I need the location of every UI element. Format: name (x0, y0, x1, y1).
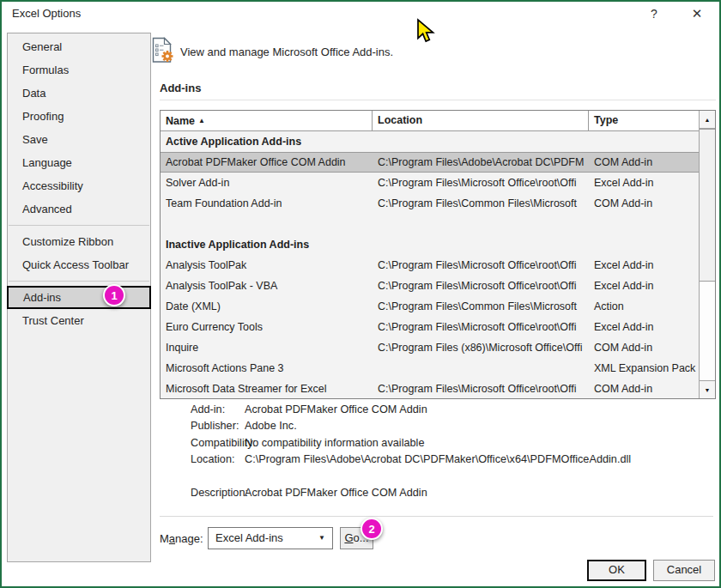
intro-text: View and manage Microsoft Office Add-ins… (180, 45, 393, 58)
table-row[interactable]: InquireC:\Program Files (x86)\Microsoft … (161, 337, 699, 358)
cell-loc (373, 234, 589, 255)
table-row[interactable]: Microsoft Actions Pane 3XML Expansion Pa… (161, 358, 699, 379)
mouse-cursor-icon (415, 18, 435, 46)
sidebar-item-label: Data (22, 87, 45, 100)
table-row[interactable]: Euro Currency ToolsC:\Program Files\Micr… (161, 317, 699, 337)
cell-loc: C:\Program Files\Microsoft Office\root\O… (373, 379, 589, 399)
close-icon: ✕ (692, 6, 703, 21)
table-section-row[interactable]: Inactive Application Add-ins (161, 234, 699, 255)
cell-name: Solver Add-in (161, 173, 373, 193)
help-icon: ? (651, 7, 657, 21)
cell-type: XML Expansion Pack (589, 358, 699, 379)
detail-label: Description: (160, 485, 245, 501)
cell-loc: C:\Program Files\Common Files\Microsoft (373, 296, 589, 317)
detail-value: Acrobat PDFMaker Office COM Addin (245, 402, 427, 418)
scroll-down-button[interactable]: ▼ (700, 380, 715, 398)
cell-type: COM Add-in (589, 193, 699, 214)
sidebar-item-label: Proofing (22, 110, 64, 123)
sidebar-item-label: Customize Ribbon (22, 235, 113, 248)
sidebar-item-label: Trust Center (22, 314, 84, 327)
cell-name: Inquire (161, 337, 373, 358)
sidebar-item-proofing[interactable]: Proofing (8, 105, 150, 128)
cell-loc: C:\Program Files (x86)\Microsoft Office\… (373, 337, 589, 358)
cell-type: COM Add-in (589, 337, 699, 358)
table-row[interactable]: Analysis ToolPak - VBAC:\Program Files\M… (161, 276, 699, 296)
table-row[interactable]: Date (XML)C:\Program Files\Common Files\… (161, 296, 699, 317)
column-header-type[interactable]: Type (589, 111, 699, 130)
sidebar-item-label: Accessibility (22, 179, 83, 192)
table-row[interactable]: Microsoft Data Streamer for ExcelC:\Prog… (161, 379, 699, 399)
cell-loc (373, 131, 589, 152)
manage-label: Manage: (160, 532, 203, 545)
detail-value: Acrobat PDFMaker Office COM Addin (245, 485, 427, 501)
scroll-up-button[interactable]: ▲ (700, 111, 715, 129)
excel-options-dialog: Excel Options ? ✕ GeneralFormulasDataPro… (0, 0, 721, 588)
cell-name (161, 214, 373, 234)
sidebar-item-formulas[interactable]: Formulas (8, 58, 150, 82)
column-header-name[interactable]: Name▲ (161, 111, 373, 130)
scroll-down-icon: ▼ (705, 387, 711, 393)
detail-label: Publisher: (160, 418, 245, 434)
detail-value: Adobe Inc. (245, 418, 297, 434)
help-button[interactable]: ? (642, 3, 666, 24)
ok-button[interactable]: OK (587, 560, 646, 581)
sort-ascending-icon: ▲ (198, 117, 205, 124)
table-row[interactable]: Acrobat PDFMaker Office COM AddinC:\Prog… (161, 152, 699, 173)
table-row[interactable]: Solver Add-inC:\Program Files\Microsoft … (161, 173, 699, 193)
cell-name: Euro Currency Tools (161, 317, 373, 337)
detail-label: Compatibility: (160, 435, 245, 452)
sidebar-item-quick-access-toolbar[interactable]: Quick Access Toolbar (8, 253, 150, 276)
column-header-location[interactable]: Location (373, 111, 589, 130)
sidebar-item-general[interactable]: General (8, 35, 150, 58)
detail-row: Location:C:\Program Files\Adobe\Acrobat … (160, 452, 716, 468)
sidebar-item-language[interactable]: Language (8, 151, 150, 174)
sidebar-item-data[interactable]: Data (8, 82, 150, 105)
cell-type: Excel Add-in (589, 255, 699, 276)
cell-name: Date (XML) (161, 296, 373, 317)
cell-name: Analysis ToolPak (161, 255, 373, 276)
sidebar-item-label: Advanced (22, 203, 72, 215)
sidebar-item-accessibility[interactable]: Accessibility (8, 174, 150, 197)
cell-type (589, 131, 699, 152)
step-2-badge: 2 (360, 518, 383, 540)
cell-loc (373, 358, 589, 379)
addin-details: Add-in:Acrobat PDFMaker Office COM Addin… (160, 402, 716, 501)
table-scrollbar[interactable]: ▲ ▼ (699, 111, 715, 398)
sidebar-item-label: Formulas (22, 64, 69, 76)
manage-dropdown[interactable]: Excel Add-ins ▼ (208, 527, 333, 549)
table-row[interactable]: Analysis ToolPakC:\Program Files\Microso… (161, 255, 699, 276)
table-body: Active Application Add-insAcrobat PDFMak… (161, 131, 699, 398)
cell-type (589, 214, 699, 234)
sidebar-item-advanced[interactable]: Advanced (8, 197, 150, 221)
sidebar-item-customize-ribbon[interactable]: Customize Ribbon (8, 230, 150, 253)
cell-type: COM Add-in (589, 153, 699, 172)
cell-loc: C:\Program Files\Microsoft Office\root\O… (373, 255, 589, 276)
sidebar-item-label: Add-ins (23, 291, 61, 304)
cell-name: Acrobat PDFMaker Office COM Addin (161, 153, 373, 172)
scroll-up-icon: ▲ (705, 117, 711, 123)
cell-type: Action (589, 296, 699, 317)
sidebar-item-trust-center[interactable]: Trust Center (8, 309, 150, 332)
cell-name: Inactive Application Add-ins (161, 234, 373, 255)
cell-loc: C:\Program Files\Microsoft Office\root\O… (373, 317, 589, 337)
cell-name: Microsoft Actions Pane 3 (161, 358, 373, 379)
detail-row: Compatibility:No compatibility informati… (160, 435, 716, 452)
cell-type: Excel Add-in (589, 173, 699, 193)
scrollbar-thumb[interactable] (700, 129, 715, 282)
addins-page-gear-icon (152, 37, 175, 67)
table-section-row[interactable]: Active Application Add-ins (161, 131, 699, 152)
cell-loc: C:\Program Files\Adobe\Acrobat DC\PDFM (373, 153, 589, 172)
cell-name: Microsoft Data Streamer for Excel (161, 379, 373, 399)
cell-type: COM Add-in (589, 379, 699, 399)
sidebar-item-label: Save (22, 133, 48, 146)
sidebar-item-save[interactable]: Save (8, 128, 150, 151)
detail-value: C:\Program Files\Adobe\Acrobat DC\PDFMak… (245, 452, 631, 468)
page-title: Excel Options (12, 7, 81, 20)
table-row[interactable]: Team Foundation Add-inC:\Program Files\C… (161, 193, 699, 214)
cell-loc: C:\Program Files\Microsoft Office\root\O… (373, 276, 589, 296)
sidebar-item-label: General (22, 40, 62, 53)
sidebar-item-add-ins[interactable]: Add-ins (7, 286, 151, 309)
close-button[interactable]: ✕ (685, 3, 709, 24)
cancel-button[interactable]: Cancel (653, 560, 715, 581)
table-row (161, 214, 699, 234)
